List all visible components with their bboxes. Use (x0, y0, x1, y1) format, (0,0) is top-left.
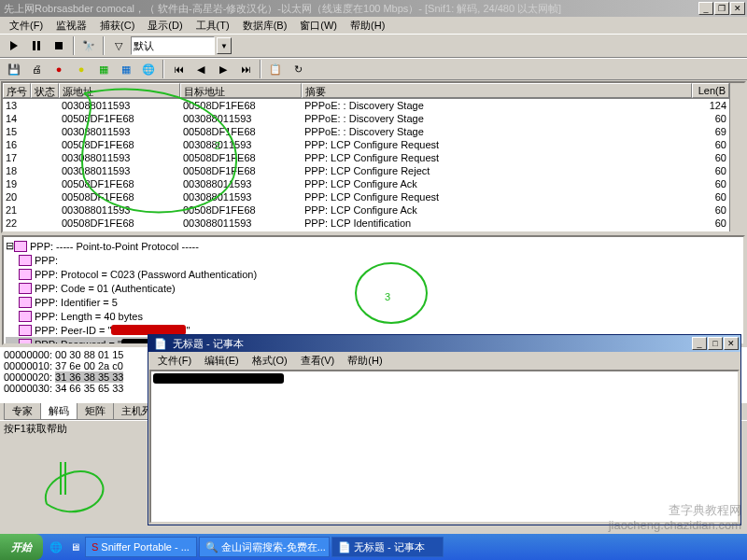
play-button[interactable] (4, 35, 24, 56)
menu-file[interactable]: 文件(F) (4, 18, 49, 34)
detail-line[interactable]: PPP: Protocol = C023 (Password Authentic… (6, 267, 741, 281)
table-row[interactable]: 1900508DF1FE68003088011593PPP: LCP Confi… (3, 177, 729, 190)
watermark-1: 查字典教程网 (669, 502, 741, 519)
packet-grid-body[interactable]: 1300308801159300508DF1FE68PPPoE: : Disco… (3, 99, 729, 231)
minimize-button[interactable]: _ (698, 2, 713, 15)
toolbar-1: 🔭 ▽ 默认 ▼ (0, 34, 747, 58)
tb-save[interactable]: 💾 (4, 59, 24, 79)
menu-window[interactable]: 窗口(W) (294, 18, 343, 34)
col-summary[interactable]: 摘要 (302, 83, 692, 98)
notepad-close[interactable]: ✕ (724, 337, 739, 350)
taskbar: 开始 🌐 🖥 SSniffer Portable - ... 🔍金山词霸搜索-免… (0, 534, 747, 560)
task-sniffer[interactable]: SSniffer Portable - ... (85, 537, 197, 557)
svg-rect-1 (33, 41, 35, 50)
quicklaunch-desktop[interactable]: 🖥 (65, 541, 84, 553)
col-len[interactable]: Len(B (692, 83, 729, 98)
table-row[interactable]: 1300308801159300508DF1FE68PPPoE: : Disco… (3, 99, 729, 112)
start-button[interactable]: 开始 (0, 534, 43, 560)
menu-help[interactable]: 帮助(H) (345, 18, 390, 34)
notepad-icon: 📄 (154, 338, 167, 350)
tb-copy[interactable]: 📋 (265, 59, 286, 79)
tb-last[interactable]: ⏭ (235, 59, 256, 79)
toolbar-2: 💾 🖨 ● ● ▦ ▦ 🌐 ⏮ ◀ ▶ ⏭ 📋 ↻ (0, 58, 747, 80)
main-menubar: 文件(F) 监视器 捕获(C) 显示(D) 工具(T) 数据库(B) 窗口(W)… (0, 17, 747, 34)
funnel-button[interactable]: ▽ (108, 35, 129, 56)
main-title: 先上网Robrsasbder comocal，（ 软件由-高星岩-修改汉化）-以… (2, 2, 698, 16)
detail-line[interactable]: PPP: (6, 253, 741, 267)
tb-globe[interactable]: 🌐 (138, 59, 159, 79)
svg-rect-3 (55, 42, 63, 49)
notepad-window[interactable]: 📄 无标题 - 记事本 _ □ ✕ 文件(F) 编辑(E) 格式(O) 查看(V… (148, 334, 741, 525)
maximize-button[interactable]: ❐ (714, 2, 729, 15)
tab-expert[interactable]: 专家 (4, 403, 41, 420)
task-kingsoft[interactable]: 🔍金山词霸搜索-免费在... (199, 537, 330, 557)
task-notepad[interactable]: 📄无标题 - 记事本 (331, 537, 444, 557)
filter-combo-dropdown[interactable]: ▼ (217, 37, 232, 54)
detail-line[interactable]: PPP: Length = 40 bytes (6, 309, 741, 323)
svg-rect-2 (37, 41, 40, 50)
svg-marker-0 (10, 41, 18, 50)
col-src[interactable]: 源地址 (59, 83, 180, 98)
table-row[interactable]: 2300508DF1FE68003088011593PPP: LCP Ident… (3, 230, 729, 231)
tb-print[interactable]: 🖨 (26, 59, 47, 79)
np-menu-file[interactable]: 文件(F) (152, 353, 197, 369)
stop-button[interactable] (49, 35, 69, 56)
table-row[interactable]: 1700308801159300508DF1FE68PPP: LCP Confi… (3, 151, 729, 164)
tab-decode[interactable]: 解码 (40, 403, 78, 420)
table-row[interactable]: 1800308801159300508DF1FE68PPP: LCP Confi… (3, 164, 729, 177)
tb-first[interactable]: ⏮ (168, 59, 189, 79)
notepad-maximize[interactable]: □ (708, 337, 723, 350)
table-row[interactable]: 1500308801159300508DF1FE68PPPoE: : Disco… (3, 125, 729, 138)
np-menu-help[interactable]: 帮助(H) (342, 353, 388, 369)
detail-line[interactable]: PPP: Code = 01 (Authenticate) (6, 281, 741, 295)
tb-chart1[interactable]: ▦ (93, 59, 114, 79)
tb-yellow[interactable]: ● (71, 59, 92, 79)
status-text: 按F1获取帮助 (4, 422, 67, 436)
table-row[interactable]: 1400508DF1FE68003088011593PPPoE: : Disco… (3, 112, 729, 125)
menu-monitor[interactable]: 监视器 (50, 18, 92, 34)
menu-capture[interactable]: 捕获(C) (94, 18, 140, 34)
detail-pane[interactable]: ⊟ PPP: ----- Point-to-Point Protocol ---… (2, 235, 745, 345)
tab-matrix[interactable]: 矩阵 (77, 403, 114, 420)
np-menu-view[interactable]: 查看(V) (295, 353, 341, 369)
menu-tools[interactable]: 工具(T) (190, 18, 235, 34)
notepad-editor[interactable] (149, 370, 740, 524)
menu-database[interactable]: 数据库(B) (237, 18, 293, 34)
col-dst[interactable]: 目标地址 (180, 83, 302, 98)
tb-chart2[interactable]: ▦ (116, 59, 136, 79)
notepad-minimize[interactable]: _ (692, 337, 707, 350)
grid-scrollbar[interactable] (729, 83, 744, 231)
tb-refresh[interactable]: ↻ (288, 59, 308, 79)
packet-grid-header: 序号 状态 源地址 目标地址 摘要 Len(B (3, 83, 729, 99)
np-menu-format[interactable]: 格式(O) (247, 353, 293, 369)
main-titlebar: 先上网Robrsasbder comocal，（ 软件由-高星岩-修改汉化）-以… (0, 0, 747, 17)
table-row[interactable]: 2200508DF1FE68003088011593PPP: LCP Ident… (3, 217, 729, 230)
close-button[interactable]: ✕ (730, 2, 745, 15)
col-seq[interactable]: 序号 (3, 83, 31, 98)
pause-button[interactable] (26, 35, 47, 56)
notepad-title: 无标题 - 记事本 (171, 337, 692, 351)
notepad-menubar: 文件(F) 编辑(E) 格式(O) 查看(V) 帮助(H) (148, 352, 740, 369)
tb-prev[interactable]: ◀ (190, 59, 211, 79)
filter-combo[interactable]: 默认 (131, 36, 215, 55)
notepad-titlebar[interactable]: 📄 无标题 - 记事本 _ □ ✕ (148, 335, 740, 352)
table-row[interactable]: 2100308801159300508DF1FE68PPP: LCP Confi… (3, 203, 729, 217)
table-row[interactable]: 2000508DF1FE68003088011593PPP: LCP Confi… (3, 190, 729, 203)
quicklaunch-ie[interactable]: 🌐 (47, 541, 65, 553)
menu-display[interactable]: 显示(D) (142, 18, 188, 34)
tb-red[interactable]: ● (49, 59, 69, 79)
col-status[interactable]: 状态 (31, 83, 59, 98)
binoculars-button[interactable]: 🔭 (78, 35, 99, 56)
detail-line[interactable]: PPP: Identifier = 5 (6, 295, 741, 309)
np-menu-edit[interactable]: 编辑(E) (199, 353, 245, 369)
tb-next[interactable]: ▶ (213, 59, 233, 79)
protocol-icon (14, 241, 27, 252)
table-row[interactable]: 1600508DF1FE68003088011593PPP: LCP Confi… (3, 138, 729, 151)
watermark-2: jiaocheng.chazidian.com (609, 518, 741, 532)
